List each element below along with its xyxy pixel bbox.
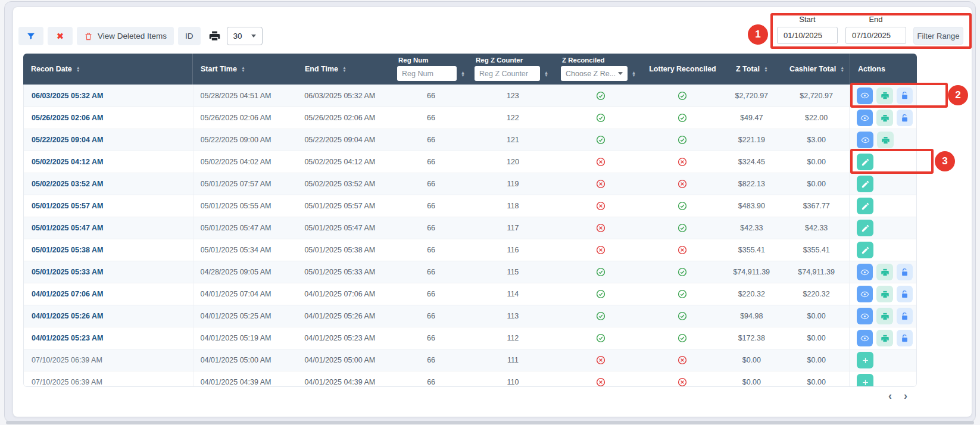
sort-icon[interactable]: ▲▼ xyxy=(544,71,548,77)
view-deleted-items-label: View Deleted Items xyxy=(98,32,167,40)
clear-filter-button[interactable]: ✖ xyxy=(48,27,73,45)
filter-funnel-icon xyxy=(26,32,36,41)
unlock-icon xyxy=(900,334,909,343)
x-circle-icon xyxy=(678,245,687,255)
print-icon xyxy=(881,334,890,343)
add-button[interactable] xyxy=(857,352,873,368)
cell-z-total: $324.45 xyxy=(719,151,784,173)
cell-reg-z-counter: 114 xyxy=(470,283,556,305)
edit-button[interactable] xyxy=(857,220,873,236)
view-button[interactable] xyxy=(857,286,873,302)
view-button[interactable] xyxy=(857,110,873,126)
unlock-button[interactable] xyxy=(897,88,913,104)
z-reconciled-filter-select[interactable]: Choose Z Re... xyxy=(561,66,628,81)
print-button[interactable] xyxy=(876,88,892,104)
unlock-button[interactable] xyxy=(897,110,913,126)
cell-recon-date: 05/01/2025 05:38 AM xyxy=(24,239,193,261)
chevron-left-icon[interactable]: ‹ xyxy=(888,390,892,402)
unlock-button[interactable] xyxy=(897,264,913,280)
filter-range-button[interactable]: Filter Range xyxy=(913,27,963,45)
sort-icon[interactable]: ▲▼ xyxy=(461,71,465,77)
unlock-icon xyxy=(900,290,909,299)
cell-lottery-reconciled xyxy=(645,327,720,349)
cell-z-total: $74,911.39 xyxy=(719,261,784,283)
end-date-label: End xyxy=(845,15,906,24)
view-icon xyxy=(860,334,869,343)
start-date-input[interactable] xyxy=(777,27,838,44)
cell-z-total: $483.90 xyxy=(719,195,784,217)
column-header-start-time[interactable]: Start Time▲▼ xyxy=(193,54,297,85)
cell-end-time: 05/01/2025 05:33 AM xyxy=(297,261,392,283)
sort-icon[interactable]: ▲▼ xyxy=(840,66,844,72)
reg-num-filter-input[interactable] xyxy=(397,66,457,81)
table-row: 05/02/2025 04:12 AM05/02/2025 04:02 AM05… xyxy=(24,151,916,173)
x-circle-icon xyxy=(596,355,606,365)
cell-reg-num: 66 xyxy=(392,129,470,151)
print-icon xyxy=(881,290,890,299)
column-header-reg-num[interactable]: Reg Num▲▼ xyxy=(392,54,470,85)
cell-reg-z-counter: 121 xyxy=(470,129,556,151)
cell-reg-num: 66 xyxy=(392,151,470,173)
edit-button[interactable] xyxy=(857,176,873,192)
id-button[interactable]: ID xyxy=(178,27,201,45)
cell-end-time: 05/02/2025 04:12 AM xyxy=(297,151,392,173)
sort-icon[interactable]: ▲▼ xyxy=(764,66,768,72)
filter-button[interactable] xyxy=(18,27,43,45)
edit-button[interactable] xyxy=(857,154,873,170)
column-header-z-reconciled[interactable]: Z ReconciledChoose Z Re...▲▼ xyxy=(556,54,645,85)
cell-end-time: 05/01/2025 05:57 AM xyxy=(297,195,392,217)
sort-icon[interactable]: ▲▼ xyxy=(632,71,636,77)
cell-z-total: $220.32 xyxy=(719,283,784,305)
edit-button[interactable] xyxy=(857,198,873,214)
edit-icon xyxy=(861,202,870,211)
view-button[interactable] xyxy=(857,264,873,280)
view-button[interactable] xyxy=(857,308,873,324)
cell-reg-num: 66 xyxy=(392,239,470,261)
check-circle-icon xyxy=(678,135,687,145)
cell-reg-num: 66 xyxy=(392,261,470,283)
cell-end-time: 05/01/2025 05:38 AM xyxy=(297,239,392,261)
view-button[interactable] xyxy=(857,132,873,148)
print-button[interactable] xyxy=(876,308,892,324)
cell-start-time: 04/01/2025 04:39 AM xyxy=(193,371,298,387)
page-size-select[interactable]: 30 xyxy=(227,27,263,45)
cell-reg-z-counter: 110 xyxy=(470,371,556,387)
print-button[interactable] xyxy=(876,330,892,346)
cell-cashier-total: $2,720.97 xyxy=(784,85,849,107)
print-button[interactable] xyxy=(876,286,892,302)
view-button[interactable] xyxy=(857,88,873,104)
column-header-reg-z-counter[interactable]: Reg Z Counter▲▼ xyxy=(470,54,556,85)
unlock-button[interactable] xyxy=(897,286,913,302)
sort-icon[interactable]: ▲▼ xyxy=(241,66,245,72)
sort-icon[interactable]: ▲▼ xyxy=(342,66,347,72)
edit-button[interactable] xyxy=(857,242,873,258)
chevron-right-icon[interactable]: › xyxy=(904,390,907,402)
cell-reg-num: 66 xyxy=(392,371,470,387)
cell-end-time: 04/01/2025 07:06 AM xyxy=(297,283,392,305)
sort-icon[interactable]: ▲▼ xyxy=(76,66,80,72)
unlock-icon xyxy=(900,312,909,321)
print-icon xyxy=(881,91,890,100)
column-header-cashier-total[interactable]: Cashier Total▲▼ xyxy=(784,54,850,85)
add-icon xyxy=(861,356,870,365)
x-circle-icon xyxy=(678,355,687,365)
unlock-button[interactable] xyxy=(897,330,913,346)
print-button[interactable] xyxy=(877,132,894,148)
end-date-input[interactable] xyxy=(845,27,906,44)
chevron-down-icon xyxy=(618,72,623,75)
cell-reg-num: 66 xyxy=(392,283,470,305)
reg-z-counter-filter-input[interactable] xyxy=(475,66,540,81)
horizontal-scrollbar[interactable] xyxy=(6,421,974,424)
x-circle-icon xyxy=(596,179,606,189)
column-header-z-total[interactable]: Z Total▲▼ xyxy=(720,54,784,85)
column-header-end-time[interactable]: End Time▲▼ xyxy=(297,54,392,85)
cell-end-time: 05/26/2025 02:06 AM xyxy=(297,107,392,129)
printer-icon[interactable] xyxy=(208,30,221,42)
print-button[interactable] xyxy=(876,110,892,126)
add-button[interactable] xyxy=(857,374,873,387)
column-header-recon-date[interactable]: Recon Date▲▼ xyxy=(23,54,193,85)
print-button[interactable] xyxy=(876,264,892,280)
view-button[interactable] xyxy=(857,330,873,346)
unlock-button[interactable] xyxy=(897,308,913,324)
view-deleted-items-button[interactable]: View Deleted Items xyxy=(77,27,174,45)
